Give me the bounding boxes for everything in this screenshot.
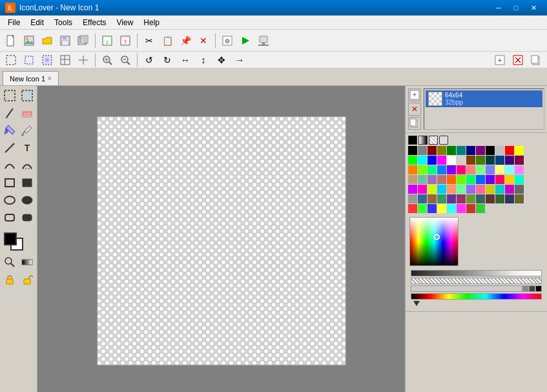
marquee-tool[interactable] <box>1 87 18 104</box>
palette-color-36[interactable] <box>408 175 417 184</box>
palette-color-5[interactable] <box>457 146 466 155</box>
palette-color-44[interactable] <box>486 175 495 184</box>
palette-color-0[interactable] <box>408 146 417 155</box>
palette-color-69[interactable] <box>495 194 504 203</box>
palette-color-4[interactable] <box>447 146 456 155</box>
palette-color-60[interactable] <box>408 194 417 203</box>
palette-color-46[interactable] <box>505 175 514 184</box>
palette-color-45[interactable] <box>495 175 504 184</box>
palette-color-25[interactable] <box>418 165 427 174</box>
pencil-tool[interactable] <box>1 105 18 121</box>
copy-button[interactable]: 📋 <box>159 32 176 49</box>
palette-color-73[interactable] <box>418 204 427 213</box>
palette-color-61[interactable] <box>418 194 427 203</box>
grid-btn[interactable] <box>57 52 74 68</box>
palette-color-23[interactable] <box>515 156 524 165</box>
move-center-btn[interactable]: ✥ <box>213 52 230 68</box>
palette-color-38[interactable] <box>428 175 437 184</box>
zoom-actual-btn[interactable] <box>117 52 134 68</box>
canvas-area[interactable] <box>37 86 405 392</box>
rect-filled-tool[interactable] <box>19 174 36 191</box>
palette-color-1[interactable] <box>418 146 427 155</box>
gradient-tool[interactable] <box>19 254 36 271</box>
menu-view[interactable]: View <box>112 15 139 30</box>
gray-bar-3[interactable] <box>529 285 535 292</box>
palette-color-11[interactable] <box>515 146 524 155</box>
palette-color-56[interactable] <box>486 185 495 194</box>
zoom-tool[interactable] <box>1 254 18 271</box>
pattern-bar[interactable] <box>411 278 542 284</box>
palette-color-31[interactable] <box>476 165 485 174</box>
arc-tool[interactable] <box>19 157 36 174</box>
curve-tool[interactable] <box>1 157 18 174</box>
palette-color-79[interactable] <box>476 204 485 213</box>
palette-color-10[interactable] <box>505 146 514 155</box>
rotate-right-btn[interactable]: ↻ <box>159 52 176 68</box>
nudge-right-btn[interactable]: → <box>231 52 248 68</box>
unlock-tool[interactable] <box>19 271 36 288</box>
eyedropper-tool[interactable] <box>19 122 36 139</box>
palette-color-41[interactable] <box>457 175 466 184</box>
select-all-btn[interactable] <box>3 52 19 68</box>
palette-color-8[interactable] <box>486 146 495 155</box>
palette-color-20[interactable] <box>486 156 495 165</box>
icon-props-button[interactable]: ⚙ <box>219 32 236 49</box>
menu-help[interactable]: Help <box>138 15 165 30</box>
palette-color-17[interactable] <box>457 156 466 165</box>
bw-gradient-bar[interactable] <box>411 270 542 276</box>
size-entry-64x64[interactable]: 64x64 32bpp <box>426 90 542 107</box>
eraser-tool[interactable] <box>19 105 36 121</box>
custom-color-btn[interactable] <box>439 136 448 145</box>
select-color-btn[interactable] <box>39 52 56 68</box>
transparent-btn[interactable] <box>429 136 438 145</box>
palette-color-43[interactable] <box>476 175 485 184</box>
palette-color-42[interactable] <box>466 175 475 184</box>
palette-color-77[interactable] <box>457 204 466 213</box>
rotate-left-btn[interactable]: ↺ <box>141 52 158 68</box>
lock-tool[interactable] <box>1 271 18 288</box>
minimize-button[interactable]: ─ <box>490 1 507 14</box>
import-button[interactable]: ↓ <box>99 32 116 49</box>
fg-color-box[interactable] <box>4 232 17 245</box>
palette-color-22[interactable] <box>505 156 514 165</box>
palette-color-14[interactable] <box>428 156 437 165</box>
palette-color-9[interactable] <box>495 146 504 155</box>
flip-h-btn[interactable]: ↔ <box>177 52 194 68</box>
color-picker[interactable] <box>409 217 459 266</box>
palette-color-29[interactable] <box>457 165 466 174</box>
magic-wand-tool[interactable] <box>19 87 36 104</box>
palette-color-52[interactable] <box>447 185 456 194</box>
drawing-canvas[interactable] <box>97 116 346 366</box>
palette-color-71[interactable] <box>515 194 524 203</box>
palette-color-2[interactable] <box>428 146 437 155</box>
palette-color-26[interactable] <box>428 165 437 174</box>
gray-bar-4[interactable] <box>535 285 542 292</box>
text-tool[interactable]: T <box>19 139 36 156</box>
menu-effects[interactable]: Effects <box>77 15 111 30</box>
open-button[interactable] <box>39 32 56 49</box>
palette-color-21[interactable] <box>495 156 504 165</box>
dup-size-icon-btn[interactable] <box>408 117 421 130</box>
stamp-button[interactable] <box>255 32 272 49</box>
save-all-button[interactable] <box>75 32 92 49</box>
palette-color-40[interactable] <box>447 175 456 184</box>
palette-color-49[interactable] <box>418 185 427 194</box>
line-tool[interactable] <box>1 139 18 156</box>
export-button[interactable]: ↑ <box>117 32 134 49</box>
palette-color-24[interactable] <box>408 165 417 174</box>
palette-color-13[interactable] <box>418 156 427 165</box>
palette-color-35[interactable] <box>515 165 524 174</box>
close-button[interactable]: ✕ <box>525 1 542 14</box>
palette-color-34[interactable] <box>505 165 514 174</box>
new-size-icon-btn[interactable]: + <box>408 88 421 101</box>
new-size-btn[interactable]: + <box>491 52 508 68</box>
doc-tab[interactable]: New Icon 1 × <box>3 71 59 85</box>
palette-color-57[interactable] <box>495 185 504 194</box>
cut-button[interactable]: ✂ <box>141 32 158 49</box>
palette-color-74[interactable] <box>428 204 437 213</box>
crosshair-btn[interactable] <box>75 52 92 68</box>
palette-color-16[interactable] <box>447 156 456 165</box>
palette-color-12[interactable] <box>408 156 417 165</box>
zoom-fit-btn[interactable] <box>99 52 116 68</box>
del-size-icon-btn[interactable]: ✕ <box>408 103 421 116</box>
